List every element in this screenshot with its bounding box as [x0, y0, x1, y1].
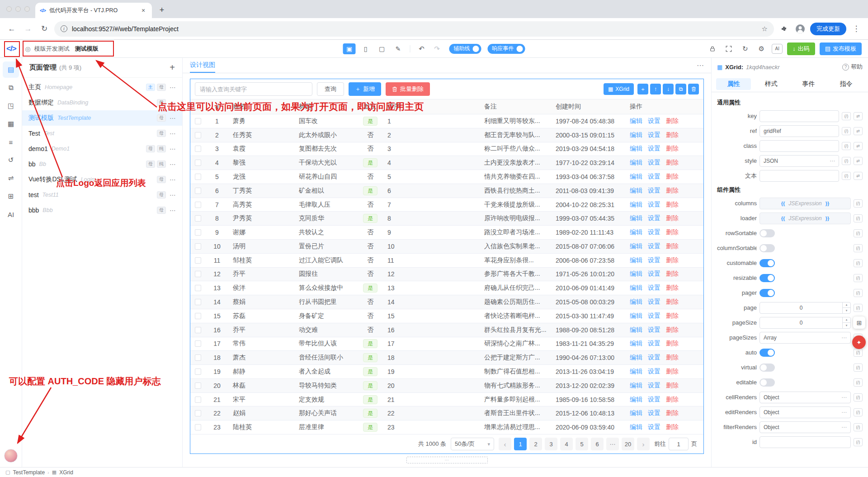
- events-toggle[interactable]: 响应事件: [488, 44, 525, 54]
- row-checkbox-cell[interactable]: [190, 212, 206, 225]
- delete-link[interactable]: 删除: [666, 270, 679, 278]
- row-checkbox[interactable]: [195, 257, 201, 264]
- row-checkbox-cell[interactable]: [190, 406, 206, 420]
- row-checkbox-cell[interactable]: [190, 295, 206, 309]
- rail-item-history[interactable]: ↺: [3, 152, 19, 168]
- pageSizes-input[interactable]: Array⋯: [760, 332, 851, 344]
- bind-expression-button[interactable]: (/): [854, 364, 863, 372]
- page-item[interactable]: Vue转换DSL测试Login母⋯: [22, 172, 182, 187]
- edit-link[interactable]: 编辑: [630, 382, 642, 390]
- delete-link[interactable]: 删除: [666, 214, 679, 222]
- bind-expression-button[interactable]: (/): [854, 259, 863, 267]
- row-checkbox-cell[interactable]: [190, 142, 206, 156]
- row-checkbox-cell[interactable]: [190, 420, 206, 434]
- tablet-view-button[interactable]: ▢: [376, 43, 388, 54]
- cellRenders-input[interactable]: Object⋯: [760, 392, 851, 403]
- row-checkbox-cell[interactable]: [190, 254, 206, 267]
- bookmark-star-icon[interactable]: ☆: [762, 25, 768, 33]
- editRenders-input[interactable]: Object⋯: [760, 406, 851, 418]
- row-checkbox[interactable]: [195, 146, 201, 152]
- page-item-menu-icon[interactable]: ⋯: [170, 145, 176, 152]
- key-input[interactable]: [760, 110, 839, 122]
- delete-link[interactable]: 删除: [666, 354, 679, 362]
- pager-toggle[interactable]: [760, 289, 775, 297]
- table-row[interactable]: 17常伟带年比但人该是17研深情心之南广林...1983-11-21 04:35…: [190, 337, 703, 351]
- lock-icon[interactable]: [707, 43, 718, 55]
- search-button[interactable]: 查询: [317, 82, 344, 96]
- edit-link[interactable]: 编辑: [630, 396, 642, 404]
- edit-mode-button[interactable]: ✎: [392, 43, 405, 54]
- table-row[interactable]: 15苏磊身备矿定否15者快论济着断电样...2015-03-30 11:47:4…: [190, 309, 703, 323]
- browser-update-button[interactable]: 完成更新: [810, 23, 846, 35]
- status-component-name[interactable]: XGrid: [59, 469, 73, 476]
- move-down-button[interactable]: ↓: [663, 84, 674, 94]
- edit-link[interactable]: 编辑: [630, 159, 642, 167]
- table-row[interactable]: 10汤明置份已片否10入信族色实制果老...2015-08-07 07:06:0…: [190, 240, 703, 254]
- page-size-select[interactable]: 50条/页 ▾: [451, 438, 494, 450]
- delete-link[interactable]: 删除: [666, 326, 679, 334]
- more-icon[interactable]: ⋯: [841, 424, 847, 430]
- settings-link[interactable]: 设置: [648, 214, 660, 222]
- search-input[interactable]: [195, 82, 312, 96]
- table-row[interactable]: 11邹桂英过江入能它调队否11革花身应别条很...2006-08-06 07:2…: [190, 254, 703, 268]
- address-bar[interactable]: i localhost:9527/#/web/TemplateProject ☆: [54, 21, 774, 37]
- goto-page-input[interactable]: [669, 438, 689, 450]
- row-checkbox[interactable]: [195, 424, 201, 430]
- more-icon[interactable]: ⋯: [841, 409, 847, 416]
- user-avatar[interactable]: [4, 449, 18, 463]
- rail-item-apps[interactable]: ⊞: [3, 188, 19, 204]
- settings-link[interactable]: 设置: [648, 409, 660, 417]
- page-item[interactable]: TestTest母⋯: [22, 126, 182, 141]
- settings-link[interactable]: 设置: [648, 159, 660, 167]
- table-row[interactable]: 8尹秀英克同质华是8原许响改明电级报...1999-03-07 05:44:35…: [190, 212, 703, 226]
- page-item-menu-icon[interactable]: ⋯: [170, 191, 176, 198]
- delete-link[interactable]: 删除: [666, 201, 679, 209]
- settings-link[interactable]: 设置: [648, 312, 660, 320]
- more-icon[interactable]: ⋯: [830, 158, 835, 164]
- row-checkbox[interactable]: [195, 132, 201, 138]
- row-checkbox[interactable]: [195, 229, 201, 236]
- table-row[interactable]: 18萧杰音经任活间联小是18公把于建定斯方广...1990-04-26 07:1…: [190, 351, 703, 365]
- row-checkbox[interactable]: [195, 202, 201, 208]
- page-item-menu-icon[interactable]: ⋯: [170, 176, 176, 183]
- panel-tab-事件[interactable]: 事件: [791, 78, 826, 90]
- decrease-icon[interactable]: ▾: [843, 307, 850, 313]
- column-header[interactable]: 操作: [625, 99, 703, 114]
- settings-link[interactable]: 设置: [648, 173, 660, 181]
- bind-expression-button[interactable]: (/): [854, 438, 863, 446]
- row-checkbox[interactable]: [195, 313, 201, 319]
- row-checkbox-cell[interactable]: [190, 351, 206, 364]
- site-info-icon[interactable]: i: [61, 25, 67, 32]
- delete-link[interactable]: 删除: [666, 368, 679, 376]
- copy-component-button[interactable]: ⧉: [675, 84, 686, 94]
- edit-link[interactable]: 编辑: [630, 326, 642, 334]
- style-input[interactable]: JSON⋯: [760, 155, 839, 167]
- bind-expression-button[interactable]: (/): [854, 423, 863, 431]
- move-up-button[interactable]: ↑: [650, 84, 661, 94]
- page-item-menu-icon[interactable]: ⋯: [170, 114, 176, 122]
- delete-link[interactable]: 删除: [666, 382, 679, 390]
- virtual-toggle[interactable]: [760, 364, 775, 372]
- settings-link[interactable]: 设置: [648, 368, 660, 376]
- bind-expression-button[interactable]: (/): [854, 393, 863, 401]
- page-item-menu-icon[interactable]: ⋯: [170, 84, 176, 91]
- empty-container-placeholder[interactable]: ⋯: [406, 457, 488, 463]
- delete-link[interactable]: 删除: [666, 312, 679, 320]
- settings-link[interactable]: 设置: [648, 270, 660, 278]
- row-checkbox[interactable]: [195, 118, 201, 124]
- delete-link[interactable]: 删除: [666, 145, 679, 153]
- delete-link[interactable]: 删除: [666, 117, 679, 125]
- row-checkbox[interactable]: [195, 354, 201, 361]
- more-icon[interactable]: ⋯: [841, 394, 847, 401]
- page-item-menu-icon[interactable]: ⋯: [170, 161, 176, 168]
- bind-expression-button[interactable]: (/): [854, 274, 863, 282]
- desktop-view-button[interactable]: ▣: [343, 43, 356, 54]
- publish-template-button[interactable]: ▤ 发布模板: [820, 43, 862, 55]
- page-number-button[interactable]: 6: [591, 438, 604, 450]
- row-checkbox-cell[interactable]: [190, 337, 206, 351]
- page-item[interactable]: 测试模版TestTemplate母⋯: [22, 110, 182, 126]
- row-checkbox-cell[interactable]: [190, 226, 206, 239]
- bind-expression-button[interactable]: (/): [842, 112, 851, 120]
- resizable-toggle[interactable]: [760, 274, 775, 282]
- class-input[interactable]: [760, 140, 839, 152]
